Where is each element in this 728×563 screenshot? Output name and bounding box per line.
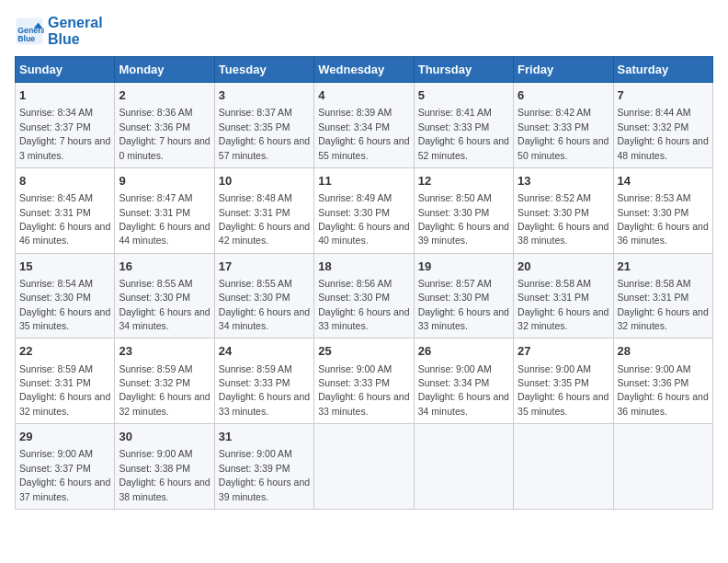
daylight-info: Daylight: 6 hours and 39 minutes. — [418, 221, 509, 246]
day-cell-16: 16Sunrise: 8:55 AMSunset: 3:30 PMDayligh… — [115, 253, 214, 339]
daylight-info: Daylight: 6 hours and 33 minutes. — [318, 391, 409, 416]
daylight-info: Daylight: 6 hours and 50 minutes. — [518, 135, 609, 160]
daylight-info: Daylight: 6 hours and 48 minutes. — [618, 135, 709, 160]
day-number: 3 — [219, 87, 310, 104]
day-cell-3: 3Sunrise: 8:37 AMSunset: 3:35 PMDaylight… — [214, 83, 313, 168]
week-row-2: 8Sunrise: 8:45 AMSunset: 3:31 PMDaylight… — [16, 167, 713, 253]
day-cell-17: 17Sunrise: 8:55 AMSunset: 3:30 PMDayligh… — [214, 253, 313, 339]
day-cell-11: 11Sunrise: 8:49 AMSunset: 3:30 PMDayligh… — [314, 167, 414, 253]
empty-cell — [414, 424, 513, 510]
day-number: 28 — [618, 343, 709, 360]
sunrise-info: Sunrise: 9:00 AM — [618, 363, 691, 374]
day-number: 12 — [418, 173, 509, 190]
empty-cell — [514, 424, 613, 510]
daylight-info: Daylight: 6 hours and 33 minutes. — [219, 391, 310, 416]
day-cell-27: 27Sunrise: 9:00 AMSunset: 3:35 PMDayligh… — [514, 339, 613, 424]
svg-text:Blue: Blue — [17, 34, 35, 43]
sunset-info: Sunset: 3:34 PM — [318, 121, 390, 132]
day-number: 4 — [318, 87, 409, 104]
day-cell-23: 23Sunrise: 8:59 AMSunset: 3:32 PMDayligh… — [115, 339, 214, 424]
daylight-info: Daylight: 6 hours and 39 minutes. — [219, 477, 310, 501]
sunrise-info: Sunrise: 8:47 AM — [119, 192, 192, 203]
header-saturday: Saturday — [613, 57, 712, 83]
daylight-info: Daylight: 6 hours and 46 minutes. — [19, 221, 110, 246]
sunset-info: Sunset: 3:31 PM — [219, 207, 290, 218]
sunset-info: Sunset: 3:34 PM — [418, 377, 490, 388]
day-cell-14: 14Sunrise: 8:53 AMSunset: 3:30 PMDayligh… — [613, 167, 712, 253]
day-number: 11 — [318, 173, 409, 190]
day-cell-2: 2Sunrise: 8:36 AMSunset: 3:36 PMDaylight… — [115, 83, 214, 168]
day-number: 19 — [418, 259, 509, 275]
sunrise-info: Sunrise: 9:00 AM — [119, 448, 192, 459]
daylight-info: Daylight: 6 hours and 34 minutes. — [219, 306, 310, 331]
sunset-info: Sunset: 3:31 PM — [518, 292, 589, 303]
sunrise-info: Sunrise: 8:59 AM — [119, 363, 192, 374]
day-number: 6 — [518, 87, 609, 104]
sunrise-info: Sunrise: 9:00 AM — [219, 448, 292, 459]
sunset-info: Sunset: 3:35 PM — [219, 121, 290, 132]
daylight-info: Daylight: 7 hours and 0 minutes. — [119, 135, 210, 160]
day-number: 2 — [119, 87, 210, 104]
sunrise-info: Sunrise: 8:36 AM — [119, 107, 192, 118]
logo-text-blue: Blue — [48, 31, 103, 48]
day-cell-13: 13Sunrise: 8:52 AMSunset: 3:30 PMDayligh… — [514, 167, 613, 253]
sunset-info: Sunset: 3:33 PM — [318, 377, 390, 388]
logo-text-general: General — [48, 15, 103, 31]
sunrise-info: Sunrise: 8:56 AM — [318, 278, 392, 289]
sunset-info: Sunset: 3:30 PM — [219, 292, 290, 303]
sunset-info: Sunset: 3:30 PM — [418, 292, 490, 303]
sunrise-info: Sunrise: 8:54 AM — [19, 278, 93, 289]
sunrise-info: Sunrise: 8:49 AM — [318, 192, 392, 203]
day-cell-28: 28Sunrise: 9:00 AMSunset: 3:36 PMDayligh… — [613, 339, 712, 424]
sunset-info: Sunset: 3:33 PM — [418, 121, 490, 132]
header-row: SundayMondayTuesdayWednesdayThursdayFrid… — [16, 57, 713, 83]
day-number: 29 — [19, 429, 110, 445]
day-cell-10: 10Sunrise: 8:48 AMSunset: 3:31 PMDayligh… — [214, 167, 313, 253]
daylight-info: Daylight: 6 hours and 32 minutes. — [618, 306, 709, 331]
logo-icon: General Blue — [15, 17, 44, 46]
sunrise-info: Sunrise: 8:45 AM — [19, 192, 93, 203]
day-cell-21: 21Sunrise: 8:58 AMSunset: 3:31 PMDayligh… — [613, 253, 712, 339]
header-sunday: Sunday — [16, 57, 115, 83]
calendar-header: SundayMondayTuesdayWednesdayThursdayFrid… — [16, 57, 713, 83]
day-cell-22: 22Sunrise: 8:59 AMSunset: 3:31 PMDayligh… — [16, 339, 115, 424]
day-cell-20: 20Sunrise: 8:58 AMSunset: 3:31 PMDayligh… — [514, 253, 613, 339]
week-row-1: 1Sunrise: 8:34 AMSunset: 3:37 PMDaylight… — [16, 83, 713, 168]
sunset-info: Sunset: 3:31 PM — [618, 292, 689, 303]
day-cell-24: 24Sunrise: 8:59 AMSunset: 3:33 PMDayligh… — [214, 339, 313, 424]
sunrise-info: Sunrise: 8:58 AM — [618, 278, 691, 289]
daylight-info: Daylight: 6 hours and 40 minutes. — [318, 221, 409, 246]
empty-cell — [613, 424, 712, 510]
day-cell-29: 29Sunrise: 9:00 AMSunset: 3:37 PMDayligh… — [16, 424, 115, 510]
daylight-info: Daylight: 6 hours and 55 minutes. — [318, 135, 409, 160]
daylight-info: Daylight: 6 hours and 34 minutes. — [418, 391, 509, 416]
sunset-info: Sunset: 3:30 PM — [518, 207, 589, 218]
sunrise-info: Sunrise: 9:00 AM — [418, 363, 492, 374]
calendar-body: 1Sunrise: 8:34 AMSunset: 3:37 PMDaylight… — [16, 83, 713, 510]
daylight-info: Daylight: 6 hours and 57 minutes. — [219, 135, 310, 160]
day-number: 16 — [119, 259, 210, 275]
sunset-info: Sunset: 3:30 PM — [418, 207, 490, 218]
page-header: General Blue General Blue — [15, 15, 713, 47]
sunset-info: Sunset: 3:33 PM — [219, 377, 290, 388]
daylight-info: Daylight: 6 hours and 44 minutes. — [119, 221, 210, 246]
sunrise-info: Sunrise: 8:55 AM — [219, 278, 292, 289]
sunset-info: Sunset: 3:39 PM — [219, 463, 290, 474]
day-number: 25 — [318, 343, 409, 360]
day-cell-1: 1Sunrise: 8:34 AMSunset: 3:37 PMDaylight… — [16, 83, 115, 168]
day-number: 18 — [318, 259, 409, 275]
day-number: 26 — [418, 343, 509, 360]
day-number: 22 — [19, 343, 110, 360]
sunset-info: Sunset: 3:30 PM — [618, 207, 689, 218]
daylight-info: Daylight: 6 hours and 35 minutes. — [19, 306, 110, 331]
sunset-info: Sunset: 3:36 PM — [618, 377, 689, 388]
day-number: 7 — [618, 87, 709, 104]
daylight-info: Daylight: 6 hours and 36 minutes. — [618, 391, 709, 416]
day-cell-9: 9Sunrise: 8:47 AMSunset: 3:31 PMDaylight… — [115, 167, 214, 253]
sunset-info: Sunset: 3:31 PM — [19, 377, 91, 388]
sunrise-info: Sunrise: 8:57 AM — [418, 278, 492, 289]
calendar-table: SundayMondayTuesdayWednesdayThursdayFrid… — [15, 56, 713, 510]
header-thursday: Thursday — [414, 57, 513, 83]
daylight-info: Daylight: 6 hours and 34 minutes. — [119, 306, 210, 331]
sunset-info: Sunset: 3:36 PM — [119, 121, 190, 132]
